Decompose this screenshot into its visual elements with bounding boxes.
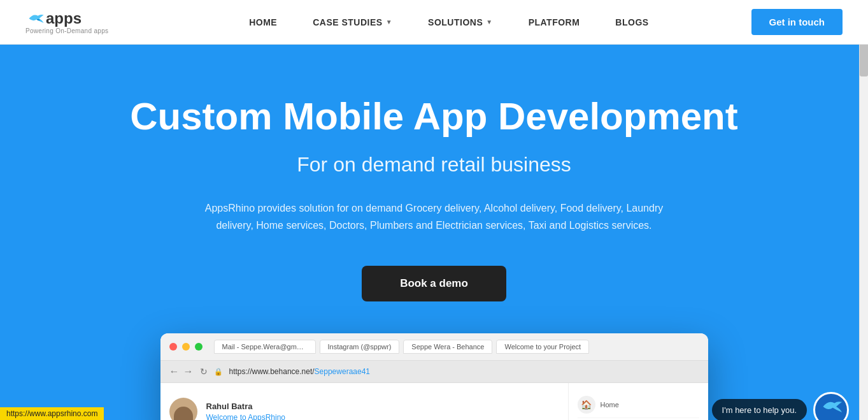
nav-links: HOME CASE STUDIES ▼ SOLUTIONS ▼ PLATFORM… — [146, 0, 751, 45]
nav-item-blogs[interactable]: BLOGS — [597, 0, 666, 45]
hero-section: Custom Mobile App Development For on dem… — [0, 45, 868, 420]
avatar-body — [174, 407, 193, 420]
logo-tagline: Powering On-Demand apps — [25, 27, 108, 34]
nav-item-platform[interactable]: PLATFORM — [511, 0, 598, 45]
sidebar-row-0: 🏠 Home — [578, 392, 699, 418]
case-studies-dropdown-icon: ▼ — [386, 18, 392, 25]
status-bar: https://www.appsrhino.com — [0, 407, 104, 420]
browser-back-icon[interactable]: ← — [169, 366, 180, 377]
browser-lock-icon: 🔒 — [214, 368, 223, 376]
avatar — [169, 398, 197, 420]
browser-close-dot — [169, 343, 177, 351]
sidebar-home-icon: 🏠 — [578, 396, 595, 414]
chat-avatar[interactable]: apps — [813, 392, 849, 420]
nav-item-home[interactable]: HOME — [231, 0, 295, 45]
browser-minimize-dot — [182, 343, 190, 351]
chat-widget[interactable]: I'm here to help you. apps — [712, 392, 849, 420]
solutions-dropdown-icon: ▼ — [486, 18, 492, 25]
browser-maximize-dot — [195, 343, 203, 351]
browser-sidebar: 🏠 Home ⏻ Logout — [568, 383, 708, 420]
chat-avatar-bird-icon — [820, 395, 843, 418]
browser-mockup: Mail - Seppe.Wera@gmail.com Instagram (@… — [160, 333, 708, 420]
scrollbar[interactable] — [859, 0, 868, 420]
browser-url-bar: ← → ↻ 🔒 https://www.behance.net/Seppewer… — [160, 361, 708, 383]
browser-forward-icon[interactable]: → — [183, 366, 194, 377]
hero-description: AppsRhino provides solution for on deman… — [192, 199, 676, 234]
hero-subtitle: For on demand retail business — [297, 153, 571, 177]
browser-url-text: https://www.behance.net/Seppeweraae41 — [229, 367, 371, 376]
browser-tab-1[interactable]: Instagram (@sppwr) — [320, 340, 400, 354]
book-demo-button[interactable]: Book a demo — [362, 266, 506, 301]
browser-toolbar: Mail - Seppe.Wera@gmail.com Instagram (@… — [160, 333, 708, 361]
browser-tab-3[interactable]: Welcome to your Project — [496, 340, 589, 354]
browser-refresh-icon[interactable]: ↻ — [200, 366, 208, 377]
logo-text: apps — [46, 10, 82, 27]
browser-content-area: Rahul Batra Welcome to AppsRhino ☰ 🏠 Hom… — [160, 383, 708, 420]
get-in-touch-button[interactable]: Get in touch — [751, 9, 843, 35]
nav-item-solutions[interactable]: SOLUTIONS ▼ — [410, 0, 511, 45]
hero-title: Custom Mobile App Development — [130, 96, 738, 138]
nav-item-case-studies[interactable]: CASE STUDIES ▼ — [295, 0, 410, 45]
chat-bubble-text: I'm here to help you. — [712, 399, 807, 420]
logo-area[interactable]: apps Powering On-Demand apps — [25, 10, 108, 34]
browser-tab-0[interactable]: Mail - Seppe.Wera@gmail.com — [214, 340, 316, 354]
browser-tabs: Mail - Seppe.Wera@gmail.com Instagram (@… — [214, 340, 699, 354]
browser-tab-2[interactable]: Seppe Wera - Behance — [403, 340, 492, 354]
navbar: apps Powering On-Demand apps HOME CASE S… — [0, 0, 868, 45]
logo: apps — [25, 10, 82, 27]
browser-nav-arrows: ← → — [169, 366, 194, 377]
logo-bird-icon — [27, 12, 45, 25]
